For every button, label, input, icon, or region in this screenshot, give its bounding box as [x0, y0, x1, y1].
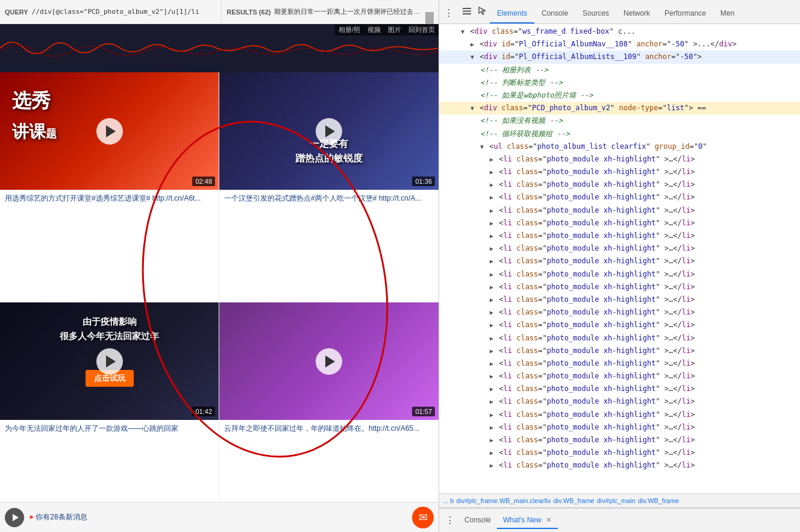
li-item-24[interactable]: ▶ <li class="photo_module xh-highlight" …	[439, 446, 800, 459]
video-item-4[interactable]: 01:57 云拜年之即使不回家过年，年的味道始终在。http://t.cn/A6…	[219, 302, 439, 532]
li-item-6[interactable]: ▶ <li class="photo_module xh-highlight" …	[439, 217, 800, 230]
video-bg-1: 选秀 讲课题 02:48	[0, 72, 219, 190]
li-item-9[interactable]: ▶ <li class="photo_module xh-highlight" …	[439, 255, 800, 268]
play-button-2[interactable]	[316, 118, 342, 145]
breadcrumb-plc-main[interactable]: div#plc_main	[597, 497, 636, 504]
play-button-3[interactable]	[96, 348, 123, 375]
video-grid: 选秀 讲课题 02:48 用选秀综艺的方式打开课堂#选秀综艺进课堂# http:…	[0, 72, 439, 532]
video-bg-3: 由于疫情影响很多人今年无法回家过年 点击试玩 01:42	[0, 302, 219, 420]
li-item-7[interactable]: ▶ <li class="photo_module xh-highlight" …	[439, 230, 800, 242]
elements-panel[interactable]: ▼ <div class="ws_frame_d fixed-box" c...…	[439, 24, 800, 493]
li-item-2[interactable]: ▶ <li class="photo_module xh-highlight" …	[439, 166, 800, 178]
li-item-16[interactable]: ▶ <li class="photo_module xh-highlight" …	[439, 345, 800, 357]
dom-line-8: <!-- 如果没有视频 -->	[439, 114, 800, 127]
li-item-13[interactable]: ▶ <li class="photo_module xh-highlight" …	[439, 306, 800, 319]
li-item-18[interactable]: ▶ <li class="photo_module xh-highlight" …	[439, 370, 800, 383]
li-item-14[interactable]: ▶ <li class="photo_module xh-highlight" …	[439, 319, 800, 331]
overlay-text-1: 选秀	[12, 90, 51, 111]
results-section: RESULTS (62) 期更新的日常一一距离上一次月饼测评已经过去两年了...	[222, 0, 439, 23]
dom-line-3[interactable]: ▼ <div id="Pl_Official_AlbumLists__109" …	[439, 51, 800, 63]
results-content: 期更新的日常一一距离上一次月饼测评已经过去两年了...	[274, 7, 425, 16]
bottom-bar: ● 你有28条新消息 ✉	[0, 502, 439, 532]
video-item-3[interactable]: 由于疫情影响很多人今年无法回家过年 点击试玩 01:42 为今年无法回家过年的人…	[0, 302, 219, 532]
tab-bottom-whatsnew[interactable]: What's New ✕	[497, 512, 558, 529]
breadcrumb-dots[interactable]: ... b	[443, 497, 454, 504]
bottom-play-btn[interactable]	[5, 508, 24, 527]
dom-line-7[interactable]: ▼ <div class="PCD_photo_album_v2" node-t…	[439, 102, 800, 114]
query-section: QUERY //div[@class="PCD_photo_album_v2"]…	[0, 0, 222, 23]
dom-line-2[interactable]: ▶ <div id="Pl_Official_AlbumNav__108" an…	[439, 38, 800, 51]
li-item-23[interactable]: ▶ <li class="photo_module xh-highlight" …	[439, 434, 800, 446]
duration-4: 01:57	[412, 407, 435, 416]
li-item-15[interactable]: ▶ <li class="photo_module xh-highlight" …	[439, 332, 800, 345]
dom-line-4: <!-- 相册列表 -->	[439, 64, 800, 77]
tab-more[interactable]: Men	[713, 4, 742, 23]
li-item-3[interactable]: ▶ <li class="photo_module xh-highlight" …	[439, 178, 800, 191]
caption-1: 用选秀综艺的方式打开课堂#选秀综艺进课堂# http://t.cn/A6t...	[0, 190, 219, 302]
notification-icon[interactable]: ✉	[412, 507, 434, 528]
video-bg-4: 01:57	[219, 302, 439, 420]
dom-line-6: <!-- 如果是wbphoto照片墙 -->	[439, 89, 800, 102]
play-icon-3	[106, 355, 116, 368]
whats-new-close[interactable]: ✕	[546, 516, 552, 524]
whats-new-label: What's New	[503, 516, 542, 524]
breadcrumb-plc-frame[interactable]: div#plc_frame.WB_main.clearfix	[456, 497, 551, 504]
li-item-8[interactable]: ▶ <li class="photo_module xh-highlight" …	[439, 242, 800, 255]
query-label: QUERY	[5, 8, 28, 16]
results-label: RESULTS (62)	[227, 8, 270, 16]
tab-console[interactable]: Console	[534, 4, 575, 23]
play-icon-2	[325, 125, 335, 137]
li-item-12[interactable]: ▶ <li class="photo_module xh-highlight" …	[439, 293, 800, 306]
dom-line-1[interactable]: ▼ <div class="ws_frame_d fixed-box" c...	[439, 25, 800, 38]
waveform-tab-images[interactable]: 图片	[388, 25, 401, 34]
li-item-1[interactable]: ▶ <li class="photo_module xh-highlight" …	[439, 153, 800, 166]
play-button-4[interactable]	[316, 348, 342, 375]
tab-network[interactable]: Network	[616, 4, 657, 23]
top-bar: QUERY //div[@class="PCD_photo_album_v2"]…	[0, 0, 439, 24]
dom-line-9: <!-- 循环获取视频组 -->	[439, 128, 800, 140]
svg-rect-3	[463, 13, 471, 14]
notification-text: 你有28条新消息	[36, 513, 87, 521]
devtools-bottom-menu[interactable]: ⋮	[442, 512, 458, 528]
tab-bottom-console[interactable]: Console	[458, 512, 497, 529]
svg-rect-2	[463, 11, 471, 12]
devtools-bottom-bar: ⋮ Console What's New ✕	[439, 508, 800, 532]
li-item-21[interactable]: ▶ <li class="photo_module xh-highlight" …	[439, 408, 800, 421]
li-item-4[interactable]: ▶ <li class="photo_module xh-highlight" …	[439, 191, 800, 204]
waveform-tab-video[interactable]: 视频	[367, 25, 381, 34]
tab-settings[interactable]	[458, 1, 475, 23]
li-item-10[interactable]: ▶ <li class="photo_module xh-highlight" …	[439, 268, 800, 281]
devtools-menu-dots[interactable]: ⋮	[439, 2, 458, 23]
overlay-text-2: 讲课题	[12, 120, 57, 143]
breadcrumb-wb-frame-2[interactable]: div.WB_frame	[638, 497, 679, 504]
play-button-1[interactable]	[96, 118, 123, 145]
li-item-25[interactable]: ▶ <li class="photo_module xh-highlight" …	[439, 459, 800, 472]
li-item-19[interactable]: ▶ <li class="photo_module xh-highlight" …	[439, 383, 800, 395]
video-item-2[interactable]: 一定要有蹭热点的敏锐度 01:36 一个汉堡引发的花式蹭热点#两个人吃一个汉堡#…	[219, 72, 439, 302]
li-item-20[interactable]: ▶ <li class="photo_module xh-highlight" …	[439, 395, 800, 408]
video-item-1[interactable]: 选秀 讲课题 02:48 用选秀综艺的方式打开课堂#选秀综艺进课堂# http:…	[0, 72, 219, 302]
tab-sources[interactable]: Sources	[575, 4, 616, 23]
tab-elements[interactable]: Elements	[490, 4, 534, 23]
waveform-tab-photos[interactable]: 相册/照	[339, 25, 360, 34]
li-item-17[interactable]: ▶ <li class="photo_module xh-highlight" …	[439, 357, 800, 370]
bottom-play-icon	[13, 514, 19, 521]
waveform-area: 相册/照 视频 图片 回到首页	[0, 24, 439, 72]
li-item-11[interactable]: ▶ <li class="photo_module xh-highlight" …	[439, 281, 800, 293]
bottom-caption: ● 你有28条新消息	[29, 512, 407, 522]
tab-performance[interactable]: Performance	[657, 4, 713, 23]
duration-1: 02:48	[192, 177, 215, 186]
left-panel: QUERY //div[@class="PCD_photo_album_v2"]…	[0, 0, 439, 532]
li-item-5[interactable]: ▶ <li class="photo_module xh-highlight" …	[439, 204, 800, 217]
video-bg-2: 一定要有蹭热点的敏锐度 01:36	[219, 72, 439, 190]
dom-line-10[interactable]: ▼ <ul class="photo_album_list clearfix" …	[439, 140, 800, 153]
waveform-tab-home[interactable]: 回到首页	[408, 25, 435, 34]
li-item-22[interactable]: ▶ <li class="photo_module xh-highlight" …	[439, 421, 800, 434]
svg-rect-1	[463, 8, 471, 9]
query-value: //div[@class="PCD_photo_album_v2"]/u[1]/…	[32, 8, 199, 16]
overlay-text-4: 由于疫情影响很多人今年无法回家过年	[6, 315, 213, 343]
tab-cursor[interactable]	[475, 1, 490, 23]
devtools-panel: ⋮ Elements Console Sources Network Perfo…	[439, 0, 800, 532]
svg-marker-4	[479, 7, 486, 14]
breadcrumb-wb-frame[interactable]: div.WB_frame	[553, 497, 594, 504]
